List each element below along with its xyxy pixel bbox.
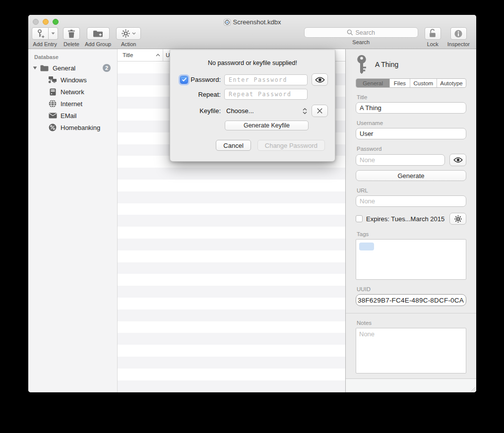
keyfile-popup[interactable]: Choose... xyxy=(224,107,308,115)
username-field[interactable] xyxy=(356,128,466,139)
search-label: Search xyxy=(352,39,370,45)
password-field-label: Password xyxy=(357,146,465,152)
sidebar-item-network[interactable]: Network xyxy=(28,86,117,98)
sidebar-section-header: Database xyxy=(28,49,117,62)
key-plus-icon xyxy=(35,29,45,39)
uuid-label: UUID xyxy=(357,286,465,292)
action-button[interactable] xyxy=(116,27,141,40)
column-header-username[interactable]: U xyxy=(163,52,170,58)
keyfile-label: Keyfile: xyxy=(199,107,221,115)
sidebar-item-windows[interactable]: Windows xyxy=(28,74,117,86)
tab-general[interactable]: General xyxy=(356,79,390,87)
sidebar-item-label: Windows xyxy=(61,76,87,84)
stepper-icon xyxy=(302,108,308,115)
network-icon xyxy=(48,88,57,96)
resize-grip[interactable] xyxy=(470,386,475,391)
generate-keyfile-button[interactable]: Generate Keyfile xyxy=(225,121,309,130)
chevron-down-icon xyxy=(51,32,55,35)
generate-password-button[interactable]: Generate xyxy=(356,170,466,181)
username-field-label: Username xyxy=(357,120,465,126)
repeat-row: Repeat: xyxy=(170,89,335,100)
trash-icon xyxy=(67,29,75,38)
password-field[interactable] xyxy=(356,154,445,166)
delete-button[interactable] xyxy=(63,27,80,40)
search-input[interactable]: Search xyxy=(304,27,418,38)
lock-label: Lock xyxy=(427,41,439,47)
column-header-title-label: Title xyxy=(123,52,133,58)
add-group-label: Add Group xyxy=(85,41,111,47)
uuid-field[interactable] xyxy=(356,294,466,306)
disclosure-triangle-icon[interactable] xyxy=(32,66,37,70)
enter-password-input[interactable] xyxy=(224,74,308,85)
sidebar-item-email[interactable]: EMail xyxy=(28,110,117,122)
url-field[interactable] xyxy=(356,195,466,207)
change-password-dialog: No password or keyfile supplied! Passwor… xyxy=(170,50,335,162)
info-icon xyxy=(454,29,463,38)
inspector-footer xyxy=(346,378,476,392)
close-x-icon xyxy=(316,108,323,114)
eye-icon xyxy=(453,157,463,163)
add-group-button[interactable] xyxy=(87,27,110,40)
inspector-button[interactable] xyxy=(450,27,467,40)
entry-title: A Thing xyxy=(375,61,398,68)
reveal-password-button[interactable] xyxy=(312,73,328,86)
document-icon xyxy=(224,19,231,26)
tab-autotype[interactable]: Autotype xyxy=(437,79,466,87)
entry-header: A Thing xyxy=(356,53,466,76)
notes-label: Notes xyxy=(357,320,465,326)
add-entry-tool: Add Entry xyxy=(32,27,58,47)
internet-icon xyxy=(48,100,57,108)
gear-icon xyxy=(454,215,462,223)
tags-box[interactable] xyxy=(356,239,466,280)
clear-keyfile-button[interactable] xyxy=(312,105,328,117)
tags-label: Tags xyxy=(357,231,465,237)
inspector-label: Inspector xyxy=(447,41,470,47)
expires-label: Expires: Tues...March 2015 xyxy=(366,215,444,223)
keyfile-row: Keyfile: Choose... xyxy=(170,105,335,117)
add-entry-button[interactable] xyxy=(32,27,49,40)
toolbar-right-group: Search Search Lock xyxy=(304,27,470,47)
title-field[interactable] xyxy=(356,102,466,114)
tag-chip[interactable] xyxy=(359,243,374,250)
toolbar: Add Entry xyxy=(32,27,470,47)
inspector-panel: A Thing General Files Custom Autotype Ti… xyxy=(345,49,476,392)
sidebar-item-label: EMail xyxy=(61,112,77,120)
search-placeholder: Search xyxy=(355,29,375,36)
add-entry-dropdown-button[interactable] xyxy=(49,27,58,40)
notes-field[interactable] xyxy=(356,328,466,373)
windows-icon xyxy=(48,76,57,84)
password-checkbox[interactable] xyxy=(180,76,188,84)
sidebar-item-general[interactable]: General 2 xyxy=(28,62,117,74)
password-row: Password: xyxy=(170,73,335,86)
lock-button[interactable] xyxy=(425,27,441,40)
gear-icon xyxy=(122,29,130,38)
toolbar-left-group: Add Entry xyxy=(32,27,141,47)
sidebar-item-label: Homebanking xyxy=(61,124,100,131)
sidebar-item-homebanking[interactable]: Homebanking xyxy=(28,122,117,133)
sidebar-item-label: Network xyxy=(61,88,84,96)
search-icon xyxy=(347,29,353,36)
window-title: Screenshot.kdbx xyxy=(28,18,476,26)
title-field-label: Title xyxy=(357,94,465,100)
change-password-button[interactable]: Change Password xyxy=(257,140,325,151)
reveal-password-button[interactable] xyxy=(449,154,466,166)
sidebar: Database General 2 xyxy=(28,49,118,392)
titlebar: Screenshot.kdbx xyxy=(28,15,476,49)
action-tool: Action xyxy=(116,27,141,47)
dialog-actions: Cancel Change Password xyxy=(170,140,335,151)
sidebar-item-internet[interactable]: Internet xyxy=(28,98,117,110)
url-field-label: URL xyxy=(357,187,465,193)
expires-settings-button[interactable] xyxy=(449,213,466,225)
tab-files[interactable]: Files xyxy=(390,79,410,87)
tab-custom[interactable]: Custom xyxy=(410,79,437,87)
key-icon xyxy=(356,55,368,74)
email-icon xyxy=(48,113,57,119)
repeat-label: Repeat: xyxy=(198,91,221,98)
expires-checkbox[interactable] xyxy=(356,215,363,222)
sort-ascending-icon xyxy=(156,54,160,57)
column-header-title[interactable]: Title xyxy=(118,49,163,61)
lock-tool: Lock xyxy=(425,27,441,47)
sidebar-item-label: Internet xyxy=(61,100,82,108)
repeat-password-input[interactable] xyxy=(224,89,308,100)
cancel-button[interactable]: Cancel xyxy=(216,140,251,151)
